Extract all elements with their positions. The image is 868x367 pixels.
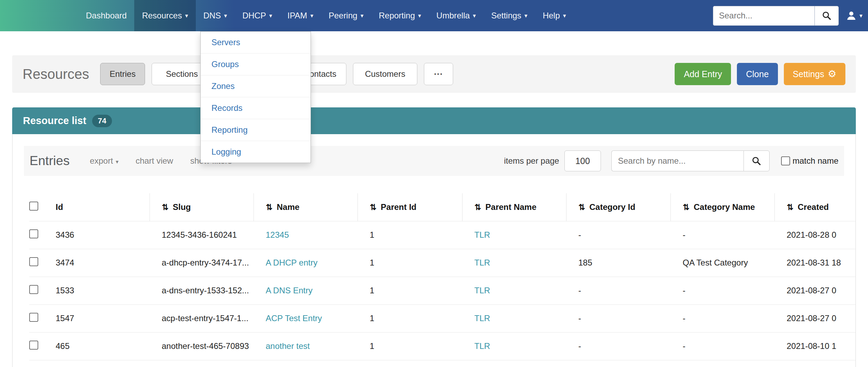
cell-parent-name: TLR (462, 221, 566, 249)
nav-item-dns[interactable]: DNS▾ (196, 0, 235, 31)
global-search-button[interactable] (814, 6, 839, 26)
nav-label: Help (543, 11, 560, 21)
sort-icon[interactable]: ⇅ (475, 203, 481, 212)
entry-name-link[interactable]: A DNS Entry (266, 286, 313, 295)
more-tabs-button[interactable]: ... (424, 63, 453, 85)
cell-parent-id: 1 (357, 249, 462, 277)
resource-list-panel: Resource list 74 Entries export▾ chart v… (12, 107, 856, 367)
row-checkbox[interactable] (29, 341, 38, 350)
nav-item-settings[interactable]: Settings▾ (483, 0, 535, 31)
nav-item-resources[interactable]: Resources▾ (134, 0, 195, 31)
clone-button[interactable]: Clone (737, 63, 778, 85)
tab-entries[interactable]: Entries (100, 63, 145, 85)
menu-item-reporting[interactable]: Reporting (201, 119, 311, 141)
chevron-down-icon: ▾ (185, 12, 188, 19)
menu-item-zones[interactable]: Zones (201, 75, 311, 97)
nav-item-umbrella[interactable]: Umbrella▾ (429, 0, 484, 31)
parent-name-link[interactable]: TLR (474, 230, 490, 239)
cell-category-id: - (566, 221, 670, 249)
sort-icon[interactable]: ⇅ (266, 203, 273, 212)
nav-item-dashboard[interactable]: Dashboard (78, 0, 134, 31)
cell-name: 12345 (254, 221, 357, 249)
cell-id: 3436 (56, 221, 150, 249)
column-header-parent-id[interactable]: ⇅Parent Id (357, 193, 462, 221)
items-per-page-input[interactable] (564, 150, 601, 171)
name-search-button[interactable] (744, 150, 770, 171)
chevron-down-icon: ▾ (473, 12, 476, 19)
row-checkbox[interactable] (29, 257, 38, 266)
menu-item-records[interactable]: Records (201, 97, 311, 119)
name-search-input[interactable] (611, 150, 744, 171)
column-header-id: Id (56, 193, 150, 221)
cell-parent-name: TLR (462, 249, 566, 277)
sort-icon[interactable]: ⇅ (787, 203, 794, 212)
cell-select (29, 304, 56, 332)
export-dropdown[interactable]: export▾ (90, 156, 119, 166)
parent-name-link[interactable]: TLR (474, 341, 490, 351)
entry-name-link[interactable]: another test (266, 341, 310, 351)
cell-name: ACP Test Entry (254, 304, 357, 332)
match-name-checkbox[interactable] (781, 156, 790, 165)
nav-item-ipam[interactable]: IPAM▾ (280, 0, 321, 31)
table-row: 1547 acp-test-entry-1547-1... ACP Test E… (29, 304, 856, 332)
sort-icon[interactable]: ⇅ (162, 203, 169, 212)
column-header-created[interactable]: ⇅Created (774, 193, 856, 221)
match-name-label: match name (793, 156, 838, 166)
entry-name-link[interactable]: ACP Test Entry (266, 313, 322, 323)
parent-name-link[interactable]: TLR (474, 313, 490, 323)
cell-category-name: - (670, 277, 774, 304)
nav-label: DHCP (242, 11, 266, 21)
menu-item-servers[interactable]: Servers (201, 32, 311, 53)
sort-icon[interactable]: ⇅ (683, 203, 690, 212)
global-search-input[interactable] (713, 6, 814, 26)
column-header-category-id[interactable]: ⇅Category Id (566, 193, 670, 221)
dns-dropdown-menu: Servers Groups Zones Records Reporting L… (200, 31, 311, 163)
entry-name-link[interactable]: 12345 (266, 230, 289, 239)
cell-category-id: - (566, 277, 670, 304)
cell-slug: another-test-465-70893 (150, 332, 254, 360)
search-icon (752, 156, 761, 166)
cell-id: 465 (56, 332, 150, 360)
cell-select (29, 221, 56, 249)
select-all-checkbox[interactable] (29, 202, 38, 211)
nav-item-reporting[interactable]: Reporting▾ (371, 0, 429, 31)
table-row: 3474 a-dhcp-entry-3474-17... A DHCP entr… (29, 249, 856, 277)
menu-item-groups[interactable]: Groups (201, 53, 311, 75)
panel-header: Resource list 74 (12, 107, 856, 134)
cell-category-name: QA Test Category (670, 249, 774, 277)
row-checkbox[interactable] (29, 285, 38, 294)
chart-view-link[interactable]: chart view (136, 156, 173, 166)
gear-icon: ⚙ (828, 69, 836, 79)
user-menu-button[interactable]: ▾ (846, 10, 862, 21)
header-actions: Add Entry Clone Settings⚙ (675, 63, 845, 85)
cell-category-name: - (670, 332, 774, 360)
nav-item-dhcp[interactable]: DHCP▾ (235, 0, 280, 31)
parent-name-link[interactable]: TLR (474, 258, 490, 267)
column-header-category-name[interactable]: ⇅Category Name (670, 193, 774, 221)
top-navbar: Dashboard Resources▾ DNS▾ DHCP▾ IPAM▾ Pe… (0, 0, 868, 31)
cell-parent-id: 1 (357, 304, 462, 332)
add-entry-button[interactable]: Add Entry (675, 63, 731, 85)
entry-name-link[interactable]: A DHCP entry (266, 258, 318, 267)
panel-title: Resource list (23, 115, 86, 127)
row-checkbox[interactable] (29, 313, 38, 322)
nav-item-help[interactable]: Help▾ (535, 0, 574, 31)
cell-created: 2021-08-10 1 (774, 332, 856, 360)
row-checkbox[interactable] (29, 229, 38, 238)
cell-id: 1533 (56, 277, 150, 304)
chevron-down-icon: ▾ (859, 12, 862, 19)
tab-customers[interactable]: Customers (353, 63, 417, 85)
cell-slug: acp-test-entry-1547-1... (150, 304, 254, 332)
column-header-slug[interactable]: ⇅Slug (150, 193, 254, 221)
column-header-name[interactable]: ⇅Name (254, 193, 357, 221)
sort-icon[interactable]: ⇅ (370, 203, 377, 212)
settings-button[interactable]: Settings⚙ (784, 63, 845, 85)
nav-item-peering[interactable]: Peering▾ (321, 0, 371, 31)
sort-icon[interactable]: ⇅ (579, 203, 585, 212)
cell-slug: a-dns-entry-1533-152... (150, 277, 254, 304)
parent-name-link[interactable]: TLR (474, 286, 490, 295)
column-header-parent-name[interactable]: ⇅Parent Name (462, 193, 566, 221)
menu-item-logging[interactable]: Logging (201, 141, 311, 163)
cell-parent-id: 1 (357, 277, 462, 304)
cell-name: A DNS Entry (254, 277, 357, 304)
